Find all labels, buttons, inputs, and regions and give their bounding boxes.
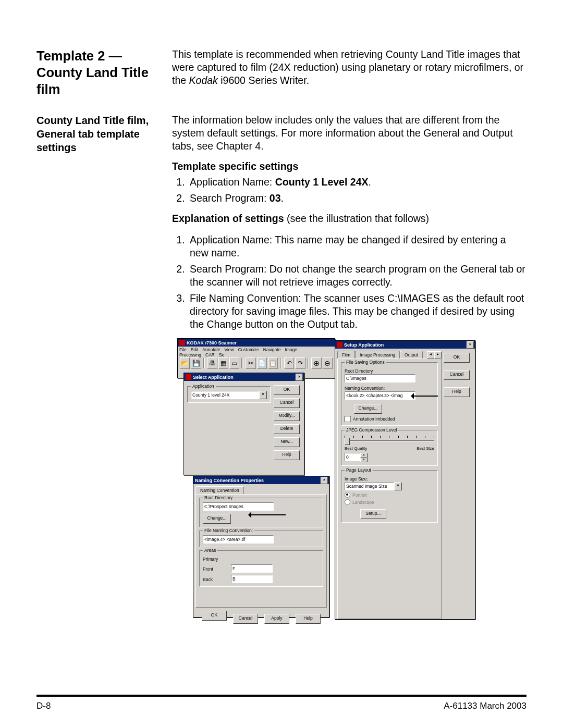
cut-icon[interactable]: ✂ xyxy=(246,357,255,369)
tool-icon[interactable]: ▭ xyxy=(229,357,239,369)
change-button[interactable]: Change... xyxy=(354,404,382,414)
app-icon xyxy=(179,340,185,346)
tab-output[interactable]: Output xyxy=(400,351,423,359)
group-label: Page Layout xyxy=(345,467,373,473)
tab-image-processing[interactable]: Image Processing xyxy=(355,351,400,359)
window-title: Select Application xyxy=(193,375,296,380)
chevron-down-icon[interactable]: ▼ xyxy=(394,482,402,490)
label: Image Size: xyxy=(345,476,434,482)
modify-button[interactable]: Modify... xyxy=(274,411,300,421)
window-title: KODAK i7300 Scanner xyxy=(187,340,334,346)
window-title: Setup Application xyxy=(344,342,467,348)
label: Primary xyxy=(203,557,228,562)
setup-application-dialog: Setup Application × Film Image Processin… xyxy=(335,340,475,620)
app-icon xyxy=(337,342,342,348)
page-number: D-8 xyxy=(36,701,51,711)
jpeg-value-spinner[interactable]: 0 ▲▼ xyxy=(345,453,368,462)
close-icon[interactable]: × xyxy=(296,374,303,381)
label: Best Size xyxy=(417,446,434,451)
list-item: File Naming Convention: The scanner uses… xyxy=(188,292,527,331)
setup-button[interactable]: Setup... xyxy=(360,509,386,519)
intro-paragraph: This template is recommended when retrie… xyxy=(172,48,527,87)
redo-icon[interactable]: ↷ xyxy=(295,357,305,369)
label: Back xyxy=(203,577,228,582)
ok-button[interactable]: OK xyxy=(444,353,470,363)
portrait-radio[interactable] xyxy=(345,492,350,498)
label: Landscape xyxy=(352,500,374,505)
spinner-down-icon[interactable]: ▼ xyxy=(360,458,368,462)
section-subtitle: County Land Title film, General tab temp… xyxy=(36,114,155,154)
label: Annotation Imbedded xyxy=(353,416,395,422)
list-item: Application Name: This name may be chang… xyxy=(188,233,527,260)
naming-convention-dialog: Naming Convention Properties × Naming Co… xyxy=(193,476,329,618)
label: Root Directory xyxy=(345,368,434,374)
settings-list: Application Name: County 1 Level 24X. Se… xyxy=(172,176,527,205)
screenshot-composite: KODAK i7300 Scanner FileEditAnnotateView… xyxy=(177,338,475,620)
callout-arrow-icon xyxy=(412,396,438,397)
footer-rule xyxy=(36,695,527,697)
cancel-button[interactable]: Cancel xyxy=(274,398,300,408)
back-input[interactable]: B xyxy=(231,575,273,583)
undo-icon[interactable]: ↶ xyxy=(284,357,294,369)
menu-bar[interactable]: FileEditAnnotateViewCustomizeNavigateIma… xyxy=(178,347,335,355)
tool-icon[interactable]: ▦ xyxy=(218,357,228,369)
callout-arrow-icon xyxy=(249,514,286,515)
root-directory-input[interactable]: C:\Prospect Images xyxy=(203,502,274,511)
jpeg-slider[interactable] xyxy=(345,436,434,445)
label: Best Quality xyxy=(345,446,367,451)
spinner-up-icon[interactable]: ▲ xyxy=(360,453,368,458)
help-button[interactable]: Help xyxy=(444,387,470,397)
group-label: File Naming Convention: xyxy=(203,528,254,533)
cancel-button[interactable]: Cancel xyxy=(233,614,258,624)
group-label: Root Directory xyxy=(203,495,234,500)
chevron-down-icon[interactable]: ▼ xyxy=(259,391,267,399)
group-label: File Saving Options xyxy=(345,360,386,365)
list-item: Search Program: Do not change the search… xyxy=(188,263,527,289)
select-application-dialog: Select Application × Application County … xyxy=(183,373,304,475)
paste-icon[interactable]: 📋 xyxy=(268,357,278,369)
tab-film[interactable]: Film xyxy=(337,351,355,359)
group-label: JPEG Compression Level xyxy=(345,427,398,433)
settings-heading: Template specific settings xyxy=(172,161,527,172)
group-label: Application xyxy=(191,384,216,389)
list-item: Application Name: County 1 Level 24X. xyxy=(188,176,527,189)
label: Portrait xyxy=(352,492,366,498)
help-button[interactable]: Help xyxy=(296,614,321,624)
close-icon[interactable]: × xyxy=(321,477,328,484)
new-button[interactable]: New... xyxy=(274,437,300,447)
app-icon xyxy=(186,374,191,380)
change-button[interactable]: Change... xyxy=(203,514,231,524)
explanation-list: Application Name: This name may be chang… xyxy=(172,233,527,331)
root-directory-input[interactable]: C:\Images xyxy=(345,374,415,382)
front-input[interactable]: F xyxy=(231,564,273,573)
zoom-out-icon[interactable]: ⊖ xyxy=(323,357,333,369)
page-title: Template 2 — County Land Title film xyxy=(36,48,155,98)
tab-naming-convention[interactable]: Naming Convention xyxy=(195,486,244,494)
copy-icon[interactable]: 📄 xyxy=(257,357,267,369)
help-button[interactable]: Help xyxy=(274,450,300,460)
ok-button[interactable]: OK xyxy=(202,611,227,621)
landscape-radio[interactable] xyxy=(345,499,350,505)
delete-button[interactable]: Delete xyxy=(274,424,300,434)
close-icon[interactable]: × xyxy=(467,341,474,349)
file-naming-input[interactable]: <image.4> <area>.tif xyxy=(203,535,274,544)
doc-id-date: A-61133 March 2003 xyxy=(444,701,527,711)
window-title: Naming Convention Properties xyxy=(195,478,321,483)
label: Front xyxy=(203,566,228,572)
zoom-in-icon[interactable]: ⊕ xyxy=(311,357,321,369)
apply-button[interactable]: Apply xyxy=(264,614,289,624)
ok-button[interactable]: OK xyxy=(274,385,300,395)
image-size-dropdown[interactable]: Scanned Image Size ▼ xyxy=(345,482,402,490)
cancel-button[interactable]: Cancel xyxy=(444,370,470,380)
group-label: Areas xyxy=(203,548,217,553)
section-para: The information below includes only the … xyxy=(172,114,527,153)
list-item: Search Program: 03. xyxy=(188,192,527,205)
print-icon[interactable]: 🖶 xyxy=(207,357,217,369)
save-icon[interactable]: 💾 xyxy=(191,357,201,369)
application-dropdown[interactable]: County 1 level 24X ▼ xyxy=(191,391,267,399)
annotation-checkbox[interactable] xyxy=(345,416,351,422)
open-icon[interactable]: 📂 xyxy=(180,357,190,369)
naming-convention-input[interactable]: <book.2> <chapter.3> <imag xyxy=(345,391,415,400)
tab-scroll[interactable]: ◂▸ xyxy=(427,351,442,359)
explanation-heading: Explanation of settings (see the illustr… xyxy=(172,212,527,225)
